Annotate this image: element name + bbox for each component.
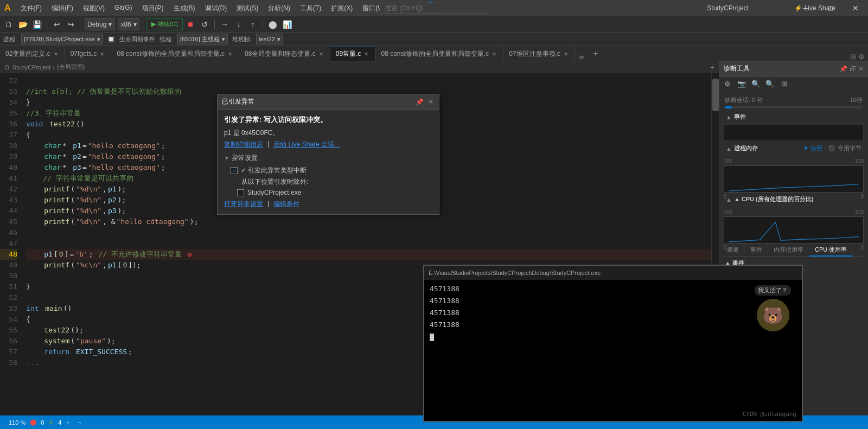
menu-debug[interactable]: 调试(D)	[201, 3, 232, 14]
open-exception-settings-link[interactable]: 打开异常设置	[224, 200, 263, 209]
tab-close-3[interactable]: ✕	[318, 50, 324, 57]
pin-button[interactable]: 📌	[414, 97, 425, 107]
stack-selector[interactable]: test22▾	[256, 34, 283, 44]
time-label: 10秒	[850, 96, 863, 104]
project-exception-checkbox[interactable]	[237, 189, 244, 196]
nav-back-btn[interactable]: ←	[66, 419, 72, 426]
debug-config-dropdown[interactable]: Debug ▾	[85, 18, 114, 30]
redo-btn[interactable]: ↪	[65, 18, 78, 31]
menu-project[interactable]: 项目(P)	[138, 3, 168, 14]
diagnostic-btn[interactable]: 📊	[280, 18, 293, 31]
menu-tools[interactable]: 工具(T)	[296, 3, 326, 14]
console-line-4: 4571388	[430, 319, 796, 331]
console-line-1: 4571388	[430, 283, 796, 295]
break-on-throw-checkbox[interactable]	[231, 167, 238, 174]
close-exception-button[interactable]: ✕	[427, 97, 435, 107]
menu-test[interactable]: 测试(S)	[232, 3, 263, 14]
menu-git[interactable]: Git(G)	[110, 3, 137, 14]
tab-close-2[interactable]: ✕	[227, 50, 233, 57]
liveshare-link[interactable]: 启动 Live Share 会话...	[273, 140, 340, 149]
tab-close-1[interactable]: ✕	[99, 50, 105, 57]
diag-close-icon[interactable]: ✕	[858, 65, 864, 73]
minimize-button[interactable]: ─	[793, 0, 818, 16]
thread-selector[interactable]: [65016] 主线程▾	[177, 34, 228, 44]
exception-links: 复制详细信息 | 启动 Live Share 会话...	[224, 140, 432, 149]
mascot-area: 我又活了？ 🐻	[755, 285, 791, 331]
tab-4[interactable]: 09常量.c ✕	[330, 47, 376, 61]
private-bytes-icon: ⚫	[828, 145, 835, 152]
exception-message-2: p1 是 0x45C0FC。	[224, 128, 432, 138]
exception-settings-header[interactable]: ▼ 异常设置	[224, 153, 432, 163]
tab-add-btn[interactable]: +	[588, 47, 603, 61]
line-numbers: 32333435 36373839 40414243 44454647 48 4…	[0, 73, 22, 415]
new-file-btn[interactable]: 🗋	[2, 18, 15, 31]
restart-btn[interactable]: ↺	[198, 18, 211, 31]
stop-debug-btn[interactable]: ■	[184, 18, 197, 31]
tab-overflow-btn[interactable]: ≫	[575, 54, 588, 61]
add-scope-btn[interactable]: +	[710, 63, 714, 72]
tab-3[interactable]: 08全局变量和静态变量.c ✕	[239, 47, 330, 61]
project-exception-row: StudyCProject.exe	[231, 189, 432, 196]
diag-unpin-icon[interactable]: 🗗	[850, 65, 856, 73]
tab-label-0: 02变量的定义.c	[5, 49, 50, 59]
global-search-input[interactable]	[380, 3, 488, 14]
menu-extensions[interactable]: 扩展(X)	[327, 3, 357, 14]
menu-edit[interactable]: 编辑(E)	[47, 3, 78, 14]
menu-build[interactable]: 生成(B)	[169, 3, 200, 14]
code-line-32	[26, 75, 711, 86]
editor-settings-icon[interactable]: ⚙	[858, 53, 865, 61]
tab-2[interactable]: 08 const修饰的全局变量和局部变量.c ✕	[111, 47, 239, 61]
menu-file[interactable]: 文件(F)	[16, 3, 46, 14]
tab-5[interactable]: 08 const修饰的全局变量和局部变量.c ✕	[375, 47, 503, 61]
memory-title: 进程内存	[734, 144, 758, 152]
diagnostics-title: 诊断工具	[724, 64, 750, 73]
exception-body: 引发了异常: 写入访问权限冲突。 p1 是 0x45C0FC。 复制详细信息 |…	[218, 110, 439, 214]
menu-view[interactable]: 视图(V)	[79, 3, 109, 14]
diag-snapshot-btn[interactable]: 📷	[736, 78, 748, 90]
breadcrumb-scope[interactable]: (全局范围)	[57, 63, 85, 71]
events-section[interactable]: ▲ 事件	[722, 111, 866, 124]
diag-pin-icon[interactable]: 📌	[839, 65, 847, 73]
continue-button[interactable]: ▶ 继续(C)	[146, 18, 183, 30]
menu-analyze[interactable]: 分析(N)	[264, 3, 295, 14]
undo-btn[interactable]: ↩	[50, 18, 63, 31]
tab-close-6[interactable]: ✕	[563, 50, 569, 57]
nav-fwd-btn[interactable]: →	[76, 419, 82, 426]
mem-max-right: 100	[854, 158, 864, 164]
tab-close-4[interactable]: ✕	[363, 50, 369, 57]
copy-details-link[interactable]: 复制详细信息	[224, 140, 263, 149]
console-body[interactable]: 4571388 4571388 4571388 4571388 我又活了？ 🐻 …	[424, 280, 802, 421]
diag-fit-btn[interactable]: ⊞	[778, 78, 790, 90]
step-into-btn[interactable]: ↓	[232, 18, 245, 31]
diag-zoom-out-btn[interactable]: 🔍	[764, 78, 776, 90]
diag-zoom-in-btn[interactable]: 🔍	[750, 78, 762, 90]
console-title-bar[interactable]: E:\VisualStudioProjects\StudyCProject\De…	[424, 266, 802, 280]
tab-close-5[interactable]: ✕	[491, 50, 497, 57]
maximize-button[interactable]: □	[818, 0, 843, 16]
diag-settings-btn[interactable]: ⚙	[722, 78, 733, 90]
step-out-btn[interactable]: ↑	[246, 18, 259, 31]
tab-1[interactable]: 07fgets.c ✕	[65, 47, 112, 61]
code-line-46	[26, 227, 711, 238]
stack-label: 堆栈帧:	[232, 35, 252, 43]
breadcrumb-filename[interactable]: StudyCProject	[12, 64, 50, 71]
arch-dropdown[interactable]: x86 ▾	[118, 18, 139, 30]
process-selector[interactable]: [77920] StudyCProject.exe▾	[21, 34, 103, 44]
close-button[interactable]: ✕	[843, 0, 868, 16]
step-over-btn[interactable]: →	[218, 18, 231, 31]
breakpoint-btn[interactable]: ⬤	[266, 18, 279, 31]
memory-chart-area	[724, 165, 864, 193]
memory-section[interactable]: ▲ 进程内存 ▼ 快照 ⚫ 专用字节	[722, 142, 866, 155]
open-btn[interactable]: 📂	[16, 18, 29, 31]
memory-triangle-icon: ▲	[726, 145, 732, 152]
save-btn[interactable]: 💾	[30, 18, 43, 31]
tab-6[interactable]: 07堆区注意事项.c ✕	[503, 47, 575, 61]
snapshot-btn[interactable]: ▼ 快照	[803, 144, 822, 152]
app-logo: A	[4, 3, 11, 13]
edit-conditions-link[interactable]: 编辑条件	[273, 200, 299, 209]
split-editor-icon[interactable]: ⊟	[850, 53, 856, 61]
tab-0[interactable]: 02变量的定义.c ✕	[0, 47, 65, 61]
tab-label-2: 08 const修饰的全局变量和局部变量.c	[117, 49, 225, 59]
breadcrumb-project[interactable]: 🗋	[4, 64, 10, 71]
tab-close-0[interactable]: ✕	[53, 50, 59, 57]
